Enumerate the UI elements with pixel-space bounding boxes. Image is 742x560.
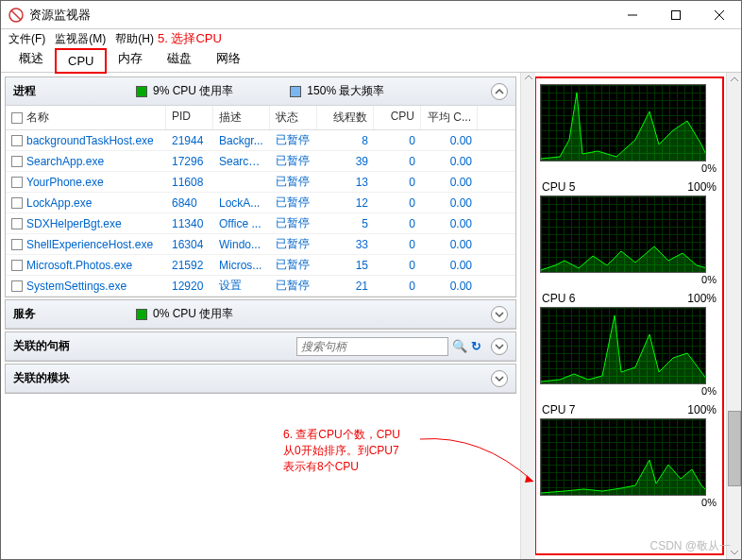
row-checkbox[interactable] — [11, 239, 23, 250]
process-cpu: 0 — [374, 195, 421, 212]
table-row[interactable]: SearchApp.exe17296Search...已暂停3900.00 — [6, 151, 515, 172]
minimize-button[interactable] — [611, 1, 654, 29]
col-cpu[interactable]: CPU — [374, 106, 421, 129]
svg-marker-6 — [525, 475, 533, 483]
process-pid: 6840 — [166, 195, 213, 212]
close-button[interactable] — [698, 1, 741, 29]
search-handles-input[interactable] — [296, 337, 448, 356]
process-name: ShellExperienceHost.exe — [26, 238, 153, 251]
search-icon[interactable]: 🔍 — [452, 339, 467, 353]
row-checkbox[interactable] — [11, 156, 23, 167]
app-icon — [8, 8, 24, 23]
process-desc: Windo... — [213, 236, 270, 253]
svg-rect-3 — [672, 10, 681, 19]
annotation-6: 6. 查看CPU个数，CPU 从0开始排序。到CPU7 表示有8个CPU — [283, 427, 400, 474]
table-row[interactable]: SystemSettings.exe12920设置已暂停2100.00 — [6, 276, 515, 297]
graph-label: CPU 6 — [542, 292, 575, 305]
process-avg: 0.00 — [421, 195, 478, 212]
table-row[interactable]: LockApp.exe6840LockA...已暂停1200.00 — [6, 193, 515, 213]
tab-overview[interactable]: 概述 — [7, 45, 56, 72]
panel-services-header[interactable]: 服务 0% CPU 使用率 — [6, 300, 515, 329]
chevron-down-icon[interactable] — [491, 370, 508, 387]
table-row[interactable]: ShellExperienceHost.exe16304Windo...已暂停3… — [6, 234, 515, 255]
row-checkbox[interactable] — [11, 197, 23, 209]
scroll-thumb[interactable] — [728, 411, 741, 486]
tab-network[interactable]: 网络 — [204, 45, 253, 72]
table-row[interactable]: YourPhone.exe11608已暂停1300.00 — [6, 172, 515, 193]
refresh-icon[interactable]: ↻ — [471, 339, 481, 353]
header-checkbox[interactable] — [11, 112, 23, 124]
process-desc: Backgr... — [213, 132, 270, 149]
process-avg: 0.00 — [421, 278, 478, 295]
process-desc: Office ... — [213, 215, 270, 232]
process-cpu: 0 — [374, 278, 421, 295]
panel-handles-title: 关联的句柄 — [13, 338, 136, 354]
process-desc: Search... — [213, 153, 270, 170]
col-status[interactable]: 状态 — [270, 106, 317, 129]
panel-processes-title: 进程 — [13, 83, 136, 99]
row-checkbox[interactable] — [11, 260, 23, 271]
graphs-pane: 0%CPU 5100%0%CPU 6100%0%CPU 7100%0% — [535, 76, 724, 555]
process-name: backgroundTaskHost.exe — [26, 134, 154, 147]
cpu-graph: CPU 6100%0% — [540, 292, 718, 398]
col-desc[interactable]: 描述 — [213, 106, 270, 129]
scroll-up-icon[interactable] — [730, 75, 739, 84]
row-checkbox[interactable] — [11, 280, 23, 292]
right-scrollbar[interactable] — [726, 73, 741, 559]
row-checkbox[interactable] — [11, 177, 23, 188]
graph-pct: 0% — [540, 496, 718, 509]
menu-file[interactable]: 文件(F) — [8, 31, 45, 47]
process-name: SystemSettings.exe — [26, 280, 126, 293]
graph-canvas — [540, 418, 706, 496]
process-status: 已暂停 — [270, 151, 317, 171]
panel-modules-header[interactable]: 关联的模块 — [6, 365, 515, 393]
process-threads: 15 — [317, 257, 374, 274]
panel-services-title: 服务 — [13, 306, 136, 322]
chevron-down-icon[interactable] — [491, 306, 508, 323]
table-row[interactable]: backgroundTaskHost.exe21944Backgr...已暂停8… — [6, 130, 515, 151]
table-header: 名称 PID 描述 状态 线程数 CPU 平均 C... — [6, 106, 515, 130]
titlebar: 资源监视器 — [1, 1, 741, 29]
row-checkbox[interactable] — [11, 135, 23, 146]
tab-memory[interactable]: 内存 — [106, 45, 155, 72]
max-freq-metric: 150% 最大频率 — [307, 83, 384, 99]
process-pid: 17296 — [166, 153, 213, 170]
process-avg: 0.00 — [421, 257, 478, 274]
process-status: 已暂停 — [270, 193, 317, 212]
process-cpu: 0 — [374, 153, 421, 170]
scroll-down-icon[interactable] — [730, 548, 739, 557]
process-pid: 12920 — [166, 278, 213, 295]
process-cpu: 0 — [374, 132, 421, 149]
process-cpu: 0 — [374, 257, 421, 274]
col-pid[interactable]: PID — [166, 106, 213, 129]
process-name: Microsoft.Photos.exe — [26, 259, 132, 272]
chevron-up-icon[interactable] — [491, 83, 508, 100]
panel-processes-header[interactable]: 进程 9% CPU 使用率 150% 最大频率 — [6, 77, 515, 106]
table-row[interactable]: SDXHelperBgt.exe11340Office ...已暂停500.00 — [6, 213, 515, 234]
process-threads: 8 — [317, 132, 374, 149]
tab-disk[interactable]: 磁盘 — [155, 45, 204, 72]
graph-canvas — [540, 84, 706, 161]
col-avg[interactable]: 平均 C... — [421, 106, 478, 129]
tab-cpu[interactable]: CPU — [56, 49, 106, 73]
process-name: SearchApp.exe — [26, 155, 104, 168]
col-threads[interactable]: 线程数 — [317, 106, 374, 129]
col-name[interactable]: 名称 — [26, 110, 49, 126]
process-status: 已暂停 — [270, 276, 317, 296]
maximize-button[interactable] — [654, 1, 698, 29]
menu-monitor[interactable]: 监视器(M) — [55, 31, 106, 47]
graph-max: 100% — [687, 292, 717, 305]
table-row[interactable]: Microsoft.Photos.exe21592Micros...已暂停150… — [6, 255, 515, 276]
graph-pct: 0% — [540, 384, 718, 398]
window: 资源监视器 文件(F) 监视器(M) 帮助(H) 5. 选择CPU 概述 CPU… — [0, 0, 742, 560]
scroll-up-icon[interactable] — [524, 73, 533, 82]
process-cpu: 0 — [374, 174, 421, 191]
process-pid: 11608 — [166, 174, 213, 191]
row-checkbox[interactable] — [11, 218, 23, 229]
chevron-down-icon[interactable] — [491, 338, 508, 355]
process-pid: 16304 — [166, 236, 213, 253]
menu-help[interactable]: 帮助(H) — [115, 31, 154, 47]
process-avg: 0.00 — [421, 132, 478, 149]
panel-processes: 进程 9% CPU 使用率 150% 最大频率 名称 PID 描述 状态 线程数… — [5, 76, 516, 297]
panel-handles-header[interactable]: 关联的句柄 🔍 ↻ — [6, 332, 515, 361]
